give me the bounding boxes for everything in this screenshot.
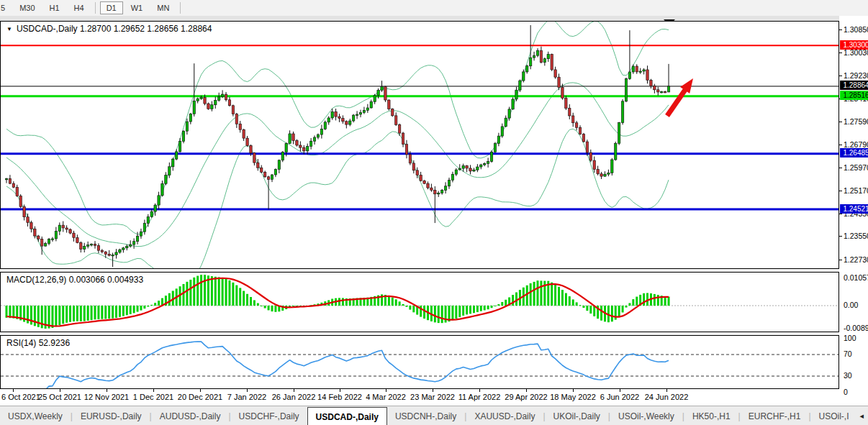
price-tick xyxy=(839,29,842,30)
date-axis: 6 Oct 202125 Oct 202112 Nov 20211 Dec 20… xyxy=(0,389,839,406)
date-label: 4 Mar 2022 xyxy=(366,393,406,401)
date-label: 29 Apr 2022 xyxy=(505,393,547,401)
toolbar-separator xyxy=(95,2,96,14)
chart-tab-xauusd-daily[interactable]: XAUUSD-,Daily xyxy=(466,406,543,425)
timeframe-button-h1[interactable]: H1 xyxy=(43,1,66,14)
macd-panel[interactable]: MACD(12,26,9) 0.003066 0.004933 xyxy=(0,272,839,332)
price-badge: 1.28864 xyxy=(840,81,868,90)
date-tick xyxy=(247,389,248,392)
price-axis-label: 1.25170 xyxy=(844,186,868,195)
price-axis: 1.308501.300301.292301.284101.275901.267… xyxy=(839,16,868,406)
price-tick xyxy=(839,191,842,191)
candlestick-chart[interactable] xyxy=(1,22,838,268)
chart-title-text: USDCAD-,Daily 1.28700 1.29652 1.28656 1.… xyxy=(17,24,212,34)
rsi-axis-label: 30 xyxy=(844,371,852,380)
date-tick xyxy=(107,389,107,392)
chart-tab-usdx-weekly[interactable]: USDX,Weekly xyxy=(0,406,71,425)
timeframe-button-mn[interactable]: MN xyxy=(150,1,176,14)
price-tick xyxy=(839,168,842,168)
price-axis-label: 1.27590 xyxy=(844,117,868,126)
price-axis-label: 1.30850 xyxy=(844,25,868,34)
price-tick xyxy=(839,76,842,76)
macd-label: MACD(12,26,9) 0.003066 0.004933 xyxy=(6,275,143,285)
main-chart-panel[interactable]: ▼ USDCAD-,Daily 1.28700 1.29652 1.28656 … xyxy=(0,21,839,269)
chart-tab-usdchf-daily[interactable]: USDCHF-,Daily xyxy=(231,406,307,425)
chart-tab-usoil-i[interactable]: USOil-,I xyxy=(811,406,857,425)
rsi-axis-label: 100 xyxy=(844,334,856,342)
price-badge: 1.26485 xyxy=(840,148,868,157)
date-label: 26 Jan 2022 xyxy=(272,393,316,401)
chart-tab-eurchf-h1[interactable]: EURCHF-,H1 xyxy=(741,406,809,425)
price-tick xyxy=(839,122,842,122)
timeframe-button-d1[interactable]: D1 xyxy=(100,1,123,14)
price-badge: 1.30300 xyxy=(840,40,868,50)
chart-tab-bar: USDX,Weekly|EURUSD-,Daily|AUDUSD-,Daily|… xyxy=(0,406,868,425)
price-badge: 1.24521 xyxy=(840,204,868,214)
price-axis-label: 1.25970 xyxy=(844,163,868,172)
toolbar-separator xyxy=(180,2,181,14)
date-tick xyxy=(573,389,574,392)
rsi-chart xyxy=(1,336,838,388)
chart-tab-hk50-h1[interactable]: HK50-,H1 xyxy=(684,406,738,425)
rsi-axis-label: 70 xyxy=(844,349,852,358)
date-label: 18 May 2022 xyxy=(550,393,596,401)
tab-scroll-left-icon[interactable]: ◂ xyxy=(857,411,867,421)
timeframe-toolbar: 5M30H1H4D1W1MN xyxy=(0,0,868,17)
chart-tab-usdcad-daily[interactable]: USDCAD-,Daily xyxy=(307,407,387,425)
timeframe-button-5[interactable]: 5 xyxy=(0,1,12,14)
mt4-terminal: 5M30H1H4D1W1MN ▼ USDCAD-,Daily 1.28700 1… xyxy=(0,0,868,425)
date-tick xyxy=(294,389,294,392)
date-tick xyxy=(200,389,201,392)
date-label: 6 Jun 2022 xyxy=(600,393,639,401)
chart-tab-eurusd-daily[interactable]: EURUSD-,Daily xyxy=(73,406,150,425)
macd-axis-label: -0.00896 xyxy=(844,324,868,332)
date-tick xyxy=(60,389,60,392)
date-tick xyxy=(526,389,527,392)
price-tick xyxy=(839,52,842,53)
timeframe-button-w1[interactable]: W1 xyxy=(125,1,150,14)
date-label: 11 Apr 2022 xyxy=(458,393,501,401)
date-tick xyxy=(386,389,386,392)
timeframe-button-h4[interactable]: H4 xyxy=(68,1,91,14)
price-axis-label: 1.22730 xyxy=(844,255,868,264)
date-label: 24 Jun 2022 xyxy=(645,393,689,401)
price-tick xyxy=(839,236,842,237)
chart-tab-ukoil-daily[interactable]: UKOil-,Daily xyxy=(546,406,608,425)
date-label: 25 Oct 2021 xyxy=(38,393,81,401)
chart-tab-usoil-weekly[interactable]: USOil-,Weekly xyxy=(610,406,682,425)
chevron-down-icon[interactable]: ▼ xyxy=(6,26,12,32)
macd-axis-label: 0.00 xyxy=(844,301,858,309)
date-label: 12 Nov 2021 xyxy=(84,393,129,401)
date-label: 23 Mar 2022 xyxy=(410,393,455,401)
chart-title: ▼ USDCAD-,Daily 1.28700 1.29652 1.28656 … xyxy=(6,24,212,34)
date-label: 6 Oct 2021 xyxy=(1,393,40,401)
tab-scroll-arrows: ◂▸ xyxy=(857,406,868,425)
date-label: 14 Feb 2022 xyxy=(317,393,362,401)
date-tick xyxy=(340,389,340,392)
rsi-panel[interactable]: RSI(14) 52.9236 xyxy=(0,335,839,389)
chart-tab-audusd-daily[interactable]: AUDUSD-,Daily xyxy=(152,406,229,425)
macd-axis-label: 0.010578 xyxy=(844,273,868,282)
date-tick xyxy=(153,389,154,392)
date-tick xyxy=(620,389,620,392)
price-tick xyxy=(839,145,842,145)
date-label: 20 Dec 2021 xyxy=(178,393,222,401)
date-tick xyxy=(479,389,480,392)
price-axis-label: 1.29230 xyxy=(844,71,868,80)
price-tick xyxy=(839,214,842,214)
timeframe-button-m30[interactable]: M30 xyxy=(13,1,41,14)
rsi-axis-label: 0 xyxy=(844,388,848,396)
date-tick xyxy=(666,389,667,392)
price-axis-label: 1.26790 xyxy=(844,140,868,149)
date-tick xyxy=(433,389,433,392)
price-axis-label: 1.23550 xyxy=(844,232,868,240)
date-label: 7 Jan 2022 xyxy=(227,393,266,401)
chart-tab-usdcnh-daily[interactable]: USDCNH-,Daily xyxy=(387,406,464,425)
price-tick xyxy=(839,260,842,260)
date-tick xyxy=(13,389,14,392)
rsi-label: RSI(14) 52.9236 xyxy=(6,338,70,348)
date-label: 1 Dec 2021 xyxy=(133,393,173,401)
price-badge: 1.28516 xyxy=(840,91,868,100)
